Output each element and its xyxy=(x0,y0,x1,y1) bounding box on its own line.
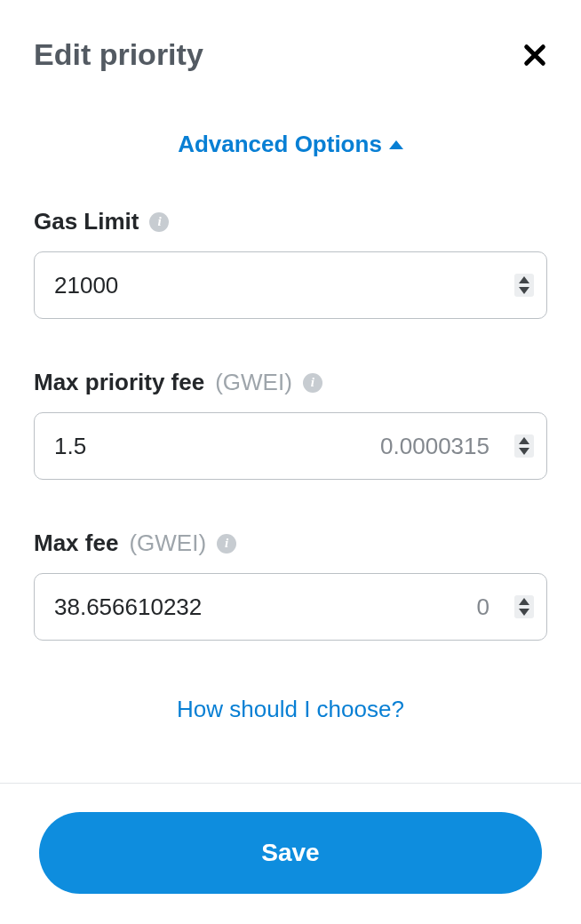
help-link[interactable]: How should I choose? xyxy=(177,696,404,722)
page-title: Edit priority xyxy=(34,37,203,72)
max-fee-label: Max fee xyxy=(34,530,118,557)
stepper-up-icon xyxy=(519,276,529,283)
caret-up-icon xyxy=(389,140,403,149)
max-fee-field: Max fee (GWEI) i 0 xyxy=(34,530,547,641)
stepper-down-icon xyxy=(519,448,529,455)
max-fee-stepper[interactable] xyxy=(514,595,534,618)
max-fee-input-box[interactable]: 0 xyxy=(34,573,547,641)
info-icon[interactable]: i xyxy=(217,534,236,554)
max-fee-converted: 0 xyxy=(477,593,489,621)
close-icon[interactable] xyxy=(522,43,547,68)
max-fee-input[interactable] xyxy=(54,593,477,621)
gas-limit-label: Gas Limit xyxy=(34,208,139,235)
stepper-up-icon xyxy=(519,598,529,605)
max-priority-fee-converted: 0.0000315 xyxy=(380,433,489,460)
gas-limit-stepper[interactable] xyxy=(514,274,534,297)
advanced-options-toggle[interactable]: Advanced Options xyxy=(0,131,581,158)
max-fee-unit: (GWEI) xyxy=(129,530,206,557)
gas-limit-field: Gas Limit i xyxy=(34,208,547,319)
max-priority-fee-unit: (GWEI) xyxy=(215,369,292,396)
stepper-up-icon xyxy=(519,437,529,444)
max-priority-fee-input-box[interactable]: 0.0000315 xyxy=(34,412,547,480)
info-icon[interactable]: i xyxy=(303,373,322,393)
advanced-options-label: Advanced Options xyxy=(178,131,382,158)
gas-limit-input-box[interactable] xyxy=(34,251,547,319)
max-priority-fee-input[interactable] xyxy=(54,433,380,460)
stepper-down-icon xyxy=(519,609,529,616)
gas-limit-input[interactable] xyxy=(54,272,514,299)
max-priority-fee-field: Max priority fee (GWEI) i 0.0000315 xyxy=(34,369,547,480)
max-priority-fee-label: Max priority fee xyxy=(34,369,204,396)
save-button[interactable]: Save xyxy=(39,812,542,894)
max-priority-fee-stepper[interactable] xyxy=(514,434,534,458)
stepper-down-icon xyxy=(519,287,529,294)
info-icon[interactable]: i xyxy=(149,212,169,232)
